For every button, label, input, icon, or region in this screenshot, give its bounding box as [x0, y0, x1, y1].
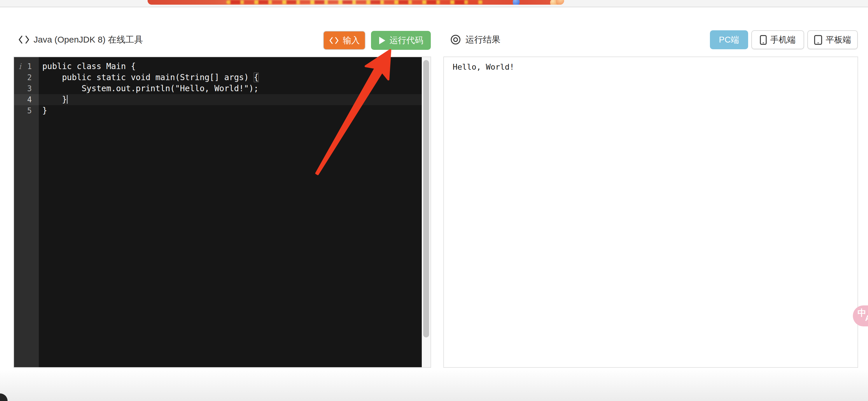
run-result-heading: 运行结果 — [450, 34, 500, 45]
indent-guide — [87, 83, 87, 94]
code-line[interactable]: public class Main { — [39, 61, 422, 72]
matched-bracket: { — [254, 73, 259, 82]
editor-row[interactable]: 4 } — [14, 94, 422, 105]
tab-mobile-label: 手机端 — [770, 34, 796, 46]
tab-pc-label: PC端 — [719, 34, 739, 46]
line-number: i1 — [14, 61, 39, 72]
line-number: 4 — [14, 94, 39, 105]
editor-row[interactable]: i1public class Main { — [14, 61, 422, 72]
code-line[interactable]: System.out.println("Hello, World!"); — [39, 83, 422, 94]
bottom-left-widget[interactable] — [0, 393, 8, 401]
app-screen: Java (OpenJDK 8) 在线工具 输入 运行代码 运行结果 PC端 手… — [0, 0, 868, 401]
code-line[interactable]: } — [39, 105, 422, 116]
code-brackets-icon — [329, 36, 339, 44]
editor-lines: i1public class Main {2 public static voi… — [14, 61, 422, 116]
tab-tablet[interactable]: 平板端 — [807, 30, 858, 49]
input-button[interactable]: 输入 — [323, 31, 366, 50]
code-text: } — [42, 95, 67, 104]
code-editor[interactable]: i1public class Main {2 public static voi… — [13, 57, 431, 368]
info-glyph-icon: i — [19, 61, 27, 72]
run-output-text: Hello, World! — [453, 62, 849, 71]
text-cursor — [67, 95, 68, 104]
tab-pc[interactable]: PC端 — [710, 30, 748, 49]
tablet-icon — [814, 35, 822, 45]
translate-icon-latin: A — [865, 313, 868, 323]
run-button-label: 运行代码 — [390, 35, 424, 46]
line-number: 5 — [14, 105, 39, 116]
tab-tablet-label: 平板端 — [826, 34, 851, 46]
page-title-text: Java (OpenJDK 8) 在线工具 — [34, 34, 143, 46]
line-number-text: 3 — [27, 84, 32, 93]
line-number-text: 5 — [27, 106, 32, 115]
code-text: } — [42, 106, 47, 115]
bottom-gradient — [0, 369, 868, 401]
page-title: Java (OpenJDK 8) 在线工具 — [18, 33, 143, 46]
editor-row[interactable]: 3 System.out.println("Hello, World!"); — [14, 83, 422, 94]
code-brackets-icon — [18, 35, 30, 44]
run-result-label-text: 运行结果 — [465, 34, 500, 46]
code-line[interactable]: public static void main(String[] args) { — [39, 72, 422, 83]
code-text: System.out.println("Hello, World!"); — [42, 83, 259, 93]
code-text: public static void main(String[] args) — [42, 73, 254, 82]
line-number-text: 4 — [27, 95, 32, 104]
code-text: public class Main { — [42, 62, 135, 71]
line-number: 2 — [14, 72, 39, 83]
code-line[interactable]: } — [39, 94, 422, 105]
run-code-button[interactable]: 运行代码 — [371, 31, 431, 50]
tab-mobile[interactable]: 手机端 — [751, 30, 804, 49]
banner-waterdrop-decoration — [513, 0, 520, 5]
input-button-label: 输入 — [343, 35, 360, 46]
editor-row[interactable]: 5} — [14, 105, 422, 116]
phone-icon — [760, 35, 767, 45]
line-number: 3 — [14, 83, 39, 94]
line-number-text: 2 — [27, 73, 32, 82]
banner-text-decoration — [226, 0, 483, 4]
run-result-panel: Hello, World! — [443, 57, 858, 368]
editor-scrollbar-thumb[interactable] — [423, 60, 429, 337]
editor-row[interactable]: 2 public static void main(String[] args)… — [14, 72, 422, 83]
play-icon — [379, 36, 385, 44]
line-number-text: 1 — [27, 62, 32, 71]
eye-icon — [450, 34, 461, 45]
promo-banner[interactable] — [148, 0, 564, 5]
editor-scrollbar-track[interactable] — [422, 57, 431, 367]
